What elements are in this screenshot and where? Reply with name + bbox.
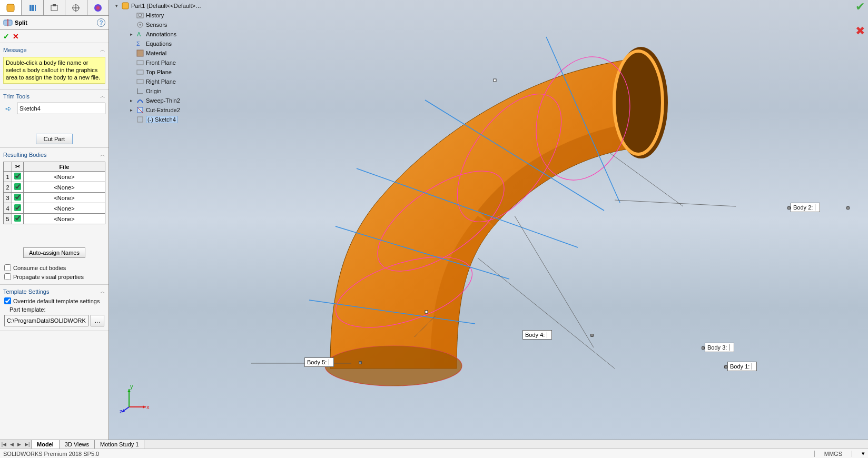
tab-last[interactable]: ▶|: [23, 442, 31, 447]
status-units[interactable]: MMGS: [824, 451, 842, 457]
graphics-viewport[interactable]: ✔ ✖ ▾Part1 (Default<<Default>… HistorySe…: [109, 0, 868, 440]
selection-icon: ➪: [3, 104, 14, 113]
callout-key: Body 2:: [791, 204, 815, 211]
tab-first[interactable]: |◀: [0, 442, 8, 447]
template-title: Template Settings: [3, 288, 100, 295]
svg-text:x: x: [146, 404, 150, 410]
propagate-checkbox[interactable]: [4, 273, 11, 280]
cut-part-button[interactable]: Cut Part: [36, 134, 73, 144]
callout-anchor: [359, 361, 362, 364]
tab-prev[interactable]: ◀: [8, 442, 16, 447]
collapse-icon[interactable]: ︿: [100, 93, 105, 100]
col-index: [4, 162, 12, 172]
collapse-icon[interactable]: ︿: [100, 46, 105, 54]
collapse-icon[interactable]: ︿: [100, 151, 105, 158]
body-row: 2<None>: [4, 182, 105, 193]
body-callout[interactable]: Body 4:: [522, 330, 552, 340]
svg-rect-42: [494, 79, 496, 82]
cancel-button[interactable]: ✕: [13, 32, 19, 41]
status-bar: SOLIDWORKS Premium 2018 SP5.0 MMGS ▾: [0, 449, 868, 458]
svg-rect-5: [53, 4, 56, 6]
section-trim-tools: Trim Tools︿ ➪ Cut Part: [0, 89, 108, 148]
callout-key: Body 1:: [728, 363, 752, 370]
scissors-icon: ✂: [15, 163, 20, 170]
override-checkbox[interactable]: [4, 297, 11, 304]
help-icon[interactable]: ?: [97, 18, 105, 27]
consume-checkbox[interactable]: [4, 264, 11, 271]
pm-tab-config[interactable]: [22, 0, 43, 15]
pm-tab-feature[interactable]: [0, 0, 22, 15]
body-row: 1<None>: [4, 172, 105, 182]
body-row: 5<None>: [4, 214, 105, 224]
tab-nav-controls: |◀ ◀ ▶ ▶|: [0, 440, 32, 449]
svg-rect-43: [425, 311, 428, 313]
body-file[interactable]: <None>: [24, 193, 105, 203]
bodies-table: ✂File 1<None> 2<None> 3<None> 4<None> 5<…: [3, 162, 105, 224]
message-title: Message: [3, 47, 100, 53]
body-file[interactable]: <None>: [24, 182, 105, 193]
tab-next[interactable]: ▶: [16, 442, 24, 447]
body-row: 4<None>: [4, 203, 105, 214]
bottom-tab[interactable]: 3D Views: [60, 440, 95, 449]
section-template: Template Settings︿ Override default temp…: [0, 285, 108, 331]
body-check[interactable]: [14, 183, 21, 190]
consume-label: Consume cut bodies: [13, 265, 66, 271]
col-file: File: [24, 162, 105, 172]
template-path-input[interactable]: [4, 315, 88, 326]
property-manager: Split ? ✓ ✕ Message︿ Double-click a body…: [0, 0, 109, 440]
model-geometry: [109, 0, 868, 437]
ok-button[interactable]: ✓: [3, 32, 9, 41]
status-menu-icon[interactable]: ▾: [862, 450, 865, 457]
callout-anchor: [702, 346, 705, 350]
body-check[interactable]: [14, 215, 21, 222]
auto-assign-button[interactable]: Auto-assign Names: [23, 247, 85, 258]
bottom-tab[interactable]: Motion Study 1: [95, 440, 144, 449]
propagate-label: Propagate visual properties: [13, 274, 84, 280]
callout-anchor: [724, 365, 727, 369]
svg-point-29: [325, 346, 462, 386]
body-file[interactable]: <None>: [24, 172, 105, 182]
body-check[interactable]: [14, 204, 21, 211]
body-check[interactable]: [14, 194, 21, 201]
section-message: Message︿ Double-click a body file name o…: [0, 43, 108, 89]
trim-tool-input[interactable]: [17, 103, 105, 114]
bottom-tab[interactable]: Model: [32, 440, 60, 449]
feature-header: Split ?: [0, 16, 108, 30]
status-product: SOLIDWORKS Premium 2018 SP5.0: [3, 451, 99, 457]
collapse-icon[interactable]: ︿: [100, 288, 105, 295]
trim-title: Trim Tools: [3, 93, 100, 99]
svg-line-45: [515, 216, 594, 347]
pm-tab-display[interactable]: [44, 0, 65, 15]
svg-rect-0: [7, 4, 14, 12]
svg-rect-2: [32, 5, 34, 11]
split-icon: [3, 18, 13, 27]
body-callout[interactable]: Body 5:: [304, 357, 334, 367]
body-check[interactable]: [14, 173, 21, 180]
body-file[interactable]: <None>: [24, 214, 105, 224]
view-triad[interactable]: x y z: [119, 383, 150, 414]
callout-key: Body 5:: [305, 359, 329, 365]
callout-key: Body 4:: [523, 332, 547, 338]
ok-cancel-row: ✓ ✕: [0, 30, 108, 43]
feature-title: Split: [15, 19, 27, 26]
callout-anchor: [787, 206, 791, 210]
pm-tab-dim[interactable]: [65, 0, 87, 15]
pm-tab-strip: [0, 0, 108, 16]
svg-point-9: [94, 4, 102, 12]
message-text: Double-click a body file name or select …: [3, 57, 105, 84]
callout-anchor: [846, 206, 850, 210]
callout-key: Body 3:: [705, 344, 729, 351]
body-callout[interactable]: Body 3:: [705, 343, 734, 352]
body-callout[interactable]: Body 2:: [791, 203, 820, 212]
override-label: Override default template settings: [13, 298, 100, 304]
browse-button[interactable]: …: [91, 315, 104, 326]
svg-line-48: [609, 153, 683, 206]
part-template-label: Part template:: [0, 305, 108, 314]
body-file[interactable]: <None>: [24, 203, 105, 214]
section-resulting-bodies: Resulting Bodies︿ ✂File 1<None> 2<None> …: [0, 148, 108, 285]
pm-tab-appearance[interactable]: [87, 0, 108, 15]
svg-line-44: [478, 258, 615, 369]
svg-text:y: y: [130, 383, 133, 390]
body-callout[interactable]: Body 1:: [727, 362, 757, 371]
svg-rect-1: [29, 5, 32, 11]
